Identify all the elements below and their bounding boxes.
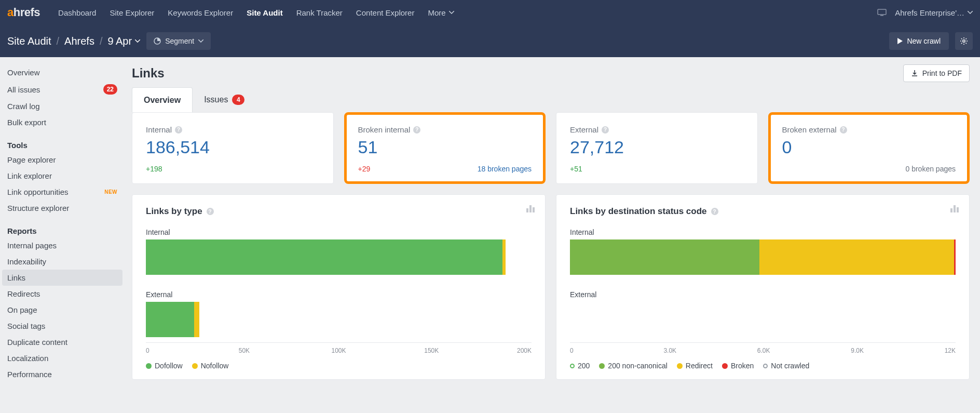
help-icon[interactable]: ? <box>175 126 182 134</box>
card-broken-internal: Broken internal? 51 +29 18 broken pages <box>344 112 546 184</box>
card-internal: Internal? 186,514 +198 <box>132 112 334 184</box>
sidebar-item[interactable]: Overview <box>0 64 125 81</box>
legend-label: 200 <box>578 362 590 370</box>
sidebar-section-tools: Tools <box>0 138 125 152</box>
sidebar-item-label: Redirects <box>7 289 40 298</box>
chart-mode-icon[interactable] <box>526 205 535 212</box>
legend-dot-icon <box>570 364 575 368</box>
card-value[interactable]: 0 <box>782 137 956 157</box>
legend-label: Nofollow <box>201 362 229 370</box>
legend-label: Dofollow <box>155 362 183 370</box>
axis-tick: 100K <box>332 347 425 354</box>
sidebar-item[interactable]: Indexability <box>0 254 125 270</box>
axis-tick: 0 <box>146 347 239 354</box>
sidebar-item[interactable]: Crawl log <box>0 98 125 114</box>
bar-segment[interactable] <box>194 302 199 337</box>
bar-category-label: Internal <box>570 228 956 236</box>
help-icon[interactable]: ? <box>840 126 847 134</box>
topnav-item[interactable]: Content Explorer <box>349 0 421 25</box>
legend-item[interactable]: Broken <box>722 362 754 370</box>
sidebar-item-label: All issues <box>7 85 40 94</box>
logo[interactable]: ahrefs <box>7 6 40 19</box>
sidebar-item[interactable]: Duplicate content <box>0 334 125 350</box>
axis-tick: 50K <box>239 347 332 354</box>
help-icon[interactable]: ? <box>413 126 420 134</box>
legend-item[interactable]: Not crawled <box>763 362 809 370</box>
tabs: Overview Issues 4 <box>132 87 970 112</box>
segment-button[interactable]: Segment <box>146 32 211 50</box>
help-icon[interactable]: ? <box>207 208 214 215</box>
breadcrumb-project[interactable]: Ahrefs <box>64 35 94 47</box>
bar-category-label: Internal <box>146 228 532 236</box>
bar-segment[interactable] <box>146 302 194 337</box>
sidebar-item[interactable]: All issues22 <box>0 81 125 98</box>
chevron-down-icon <box>449 11 454 14</box>
account-menu[interactable]: Ahrefs Enterprise'… <box>895 0 973 25</box>
bar-segment[interactable] <box>759 239 954 275</box>
card-label: Internal <box>146 125 172 134</box>
axis-tick: 6.0K <box>757 347 851 354</box>
issues-count-badge: 4 <box>232 95 244 105</box>
sidebar-item[interactable]: Link explorer <box>0 168 125 184</box>
play-icon <box>897 38 903 44</box>
topnav-item[interactable]: Dashboard <box>51 0 103 25</box>
legend-item[interactable]: Redirect <box>677 362 713 370</box>
card-label: External <box>570 125 598 134</box>
bar-segment[interactable] <box>502 239 506 275</box>
page-title: Links <box>132 66 165 81</box>
topnav-item[interactable]: Site Explorer <box>103 0 161 25</box>
chart-mode-icon[interactable] <box>950 205 959 212</box>
help-icon[interactable]: ? <box>711 208 718 215</box>
help-icon[interactable]: ? <box>602 126 609 134</box>
topnav-item[interactable]: Keywords Explorer <box>161 0 240 25</box>
topnav-item[interactable]: More <box>421 0 460 25</box>
sidebar-item[interactable]: Social tags <box>0 318 125 334</box>
chart-links-by-type: Links by type? InternalExternal 050K100K… <box>132 194 546 380</box>
legend-item[interactable]: 200 non-canonical <box>599 362 667 370</box>
legend-dot-icon <box>599 363 605 369</box>
broken-pages-link[interactable]: 18 broken pages <box>478 165 532 173</box>
card-external: External? 27,712 +51 <box>556 112 758 184</box>
sidebar-item-label: Duplicate content <box>7 338 67 347</box>
sidebar-item[interactable]: Structure explorer <box>0 200 125 216</box>
device-icon[interactable] <box>877 9 887 16</box>
legend-label: Redirect <box>686 362 713 370</box>
tab-overview[interactable]: Overview <box>132 87 193 112</box>
sidebar-item[interactable]: Link opportunitiesNEW <box>0 184 125 200</box>
topnav-item[interactable]: Rank Tracker <box>290 0 349 25</box>
bar-row <box>570 239 956 275</box>
sidebar-item[interactable]: Internal pages <box>0 237 125 254</box>
legend-label: Broken <box>731 362 754 370</box>
sidebar-item[interactable]: Performance <box>0 366 125 382</box>
legend-item[interactable]: Nofollow <box>192 362 229 370</box>
tab-issues[interactable]: Issues 4 <box>193 87 256 112</box>
sidebar-item-label: Page explorer <box>7 155 56 164</box>
legend-item[interactable]: Dofollow <box>146 362 183 370</box>
bar-segment[interactable] <box>146 239 502 275</box>
breadcrumb-date[interactable]: 9 Apr <box>107 35 140 47</box>
sidebar-item[interactable]: Page explorer <box>0 152 125 168</box>
content-area: Links Print to PDF Overview Issues 4 Int… <box>125 57 980 390</box>
sidebar-item[interactable]: On page <box>0 302 125 318</box>
sidebar-item[interactable]: Bulk export <box>0 114 125 130</box>
card-value[interactable]: 186,514 <box>146 137 320 157</box>
sidebar-item-label: Performance <box>7 370 52 379</box>
sidebar-item-label: Social tags <box>7 322 45 330</box>
bar-segment[interactable] <box>954 239 956 275</box>
settings-button[interactable] <box>955 32 973 50</box>
breadcrumb-site-audit[interactable]: Site Audit <box>7 35 51 47</box>
legend-item[interactable]: 200 <box>570 362 590 370</box>
sidebar-item[interactable]: Links <box>2 270 122 286</box>
delta-value: +198 <box>146 165 162 173</box>
sidebar-item-label: Indexability <box>7 257 46 266</box>
chevron-down-icon <box>198 39 203 43</box>
card-value[interactable]: 27,712 <box>570 137 744 157</box>
print-pdf-button[interactable]: Print to PDF <box>903 64 970 82</box>
new-crawl-button[interactable]: New crawl <box>889 32 949 50</box>
sidebar-item[interactable]: Redirects <box>0 286 125 302</box>
sidebar-item-label: Link explorer <box>7 171 52 180</box>
card-value[interactable]: 51 <box>358 137 532 157</box>
sidebar-item[interactable]: Localization <box>0 350 125 366</box>
topnav-item[interactable]: Site Audit <box>240 0 289 25</box>
bar-segment[interactable] <box>570 239 759 275</box>
